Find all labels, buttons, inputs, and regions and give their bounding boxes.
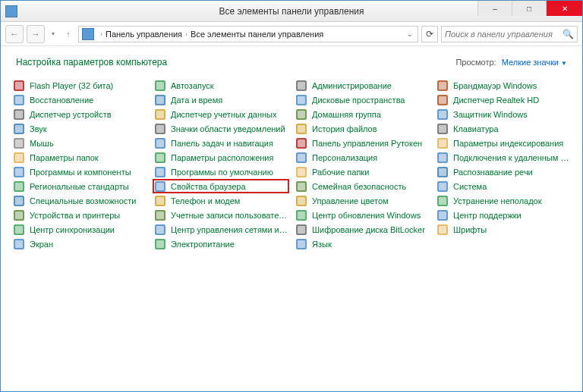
cp-item-programs[interactable]: Программы и компоненты (11, 165, 148, 179)
cp-item-index[interactable]: Параметры индексирования (435, 136, 572, 150)
flash-icon (13, 80, 25, 92)
svg-rect-71 (439, 197, 446, 205)
cp-item-workfolders[interactable]: Рабочие папки (294, 165, 430, 179)
close-button[interactable]: ✕ (546, 1, 582, 16)
maximize-button[interactable]: □ (512, 1, 546, 16)
cp-item-defender[interactable]: Защитник Windows (435, 107, 572, 121)
cp-item-label: Администрирование (312, 81, 392, 90)
svg-rect-79 (439, 212, 446, 219)
cp-item-trouble[interactable]: Устранение неполадок (435, 193, 572, 208)
cp-item-region[interactable]: Региональные стандарты (11, 179, 148, 193)
forward-button[interactable]: → (27, 25, 45, 43)
up-button[interactable]: ↑ (61, 25, 75, 43)
cp-item-label: Шифрование диска BitLocker (312, 225, 425, 234)
cp-item-autoplay[interactable]: Автозапуск (153, 78, 289, 93)
svg-rect-63 (439, 183, 446, 190)
view-by-value[interactable]: Мелкие значки ▼ (502, 58, 567, 67)
folder-icon (13, 152, 25, 164)
cp-item-folderopt[interactable]: Параметры папок (11, 150, 148, 165)
cp-item-recovery[interactable]: Восстановление (11, 93, 148, 107)
cp-item-label: Диспетчер устройств (30, 110, 112, 119)
content-header: Настройка параметров компьютера Просмотр… (1, 46, 582, 74)
cp-item-devprint[interactable]: Устройства и принтеры (11, 208, 148, 222)
cp-item-power[interactable]: Электропитание (153, 237, 289, 251)
cp-item-update[interactable]: Центр обновления Windows (294, 208, 430, 222)
cp-item-label: Параметры расположения (171, 153, 273, 162)
refresh-button[interactable]: ⟳ (421, 26, 438, 42)
search-input[interactable] (445, 30, 563, 39)
cp-item-firewall[interactable]: Брандмауэр Windows (435, 78, 572, 93)
cp-item-support[interactable]: Центр поддержки (435, 208, 572, 222)
display-icon (13, 238, 25, 250)
breadcrumb-sep: › (185, 30, 188, 38)
cp-item-credmgr[interactable]: Диспетчер учетных данных (153, 107, 289, 121)
cp-item-storage[interactable]: Дисковые пространства (294, 93, 430, 107)
realtek-icon (436, 94, 449, 106)
cp-item-history[interactable]: История файлов (294, 121, 430, 136)
cp-item-bitlocker[interactable]: Шифрование диска BitLocker (294, 222, 430, 237)
cp-item-label: Телефон и модем (171, 196, 240, 205)
svg-rect-1 (15, 82, 23, 89)
cp-item-system[interactable]: Система (435, 179, 572, 193)
cp-item-color[interactable]: Управление цветом (294, 193, 430, 208)
search-icon[interactable]: 🔍 (563, 29, 574, 39)
breadcrumb-seg2[interactable]: Все элементы панели управления (191, 30, 323, 39)
breadcrumb[interactable]: › Панель управления › Все элементы панел… (78, 26, 418, 42)
svg-rect-55 (439, 168, 446, 176)
cp-item-homegroup[interactable]: Домашняя группа (294, 107, 430, 121)
cp-item-remote[interactable]: Подключения к удаленным рабоч... (435, 150, 572, 165)
minimize-button[interactable]: – (477, 1, 512, 16)
cp-item-inetopt[interactable]: Свойства браузера (153, 179, 289, 193)
cp-item-label: Программы по умолчанию (171, 168, 273, 177)
cp-item-speech[interactable]: Распознавание речи (435, 165, 572, 179)
cp-item-users[interactable]: Учетные записи пользователей (153, 208, 289, 222)
sound-icon (13, 123, 25, 135)
svg-rect-27 (156, 125, 164, 133)
cp-item-family[interactable]: Семейная безопасность (294, 179, 430, 193)
cp-item-sound[interactable]: Звук (11, 121, 148, 136)
svg-rect-47 (439, 154, 446, 162)
cp-item-personal[interactable]: Персонализация (294, 150, 430, 165)
cp-item-keyboard[interactable]: Клавиатура (435, 121, 572, 136)
cp-item-flash[interactable]: Flash Player (32 бита) (11, 78, 148, 93)
cp-item-display[interactable]: Экран (11, 237, 148, 251)
remote-icon (436, 152, 449, 164)
back-button[interactable]: ← (5, 25, 24, 43)
cp-item-mouse[interactable]: Мышь (11, 136, 148, 150)
svg-rect-21 (298, 111, 305, 118)
cp-item-label: Значки области уведомлений (171, 124, 285, 133)
cp-item-sync[interactable]: Центр синхронизации (11, 222, 148, 237)
bitlocker-icon (295, 224, 307, 236)
breadcrumb-seg1[interactable]: Панель управления (106, 30, 182, 39)
cp-item-admin[interactable]: Администрирование (294, 78, 430, 93)
svg-rect-53 (298, 168, 305, 176)
svg-rect-91 (156, 240, 164, 248)
region-icon (13, 180, 25, 193)
cp-item-location[interactable]: Параметры расположения (153, 150, 289, 165)
view-by-label: Просмотр: (455, 58, 496, 67)
history-dropdown-button[interactable]: ▾ (48, 30, 58, 37)
cp-item-taskbar[interactable]: Панель задач и навигация (153, 136, 289, 150)
homegroup-icon (295, 108, 307, 121)
cp-item-defprog[interactable]: Программы по умолчанию (153, 165, 289, 179)
cp-item-realtek[interactable]: Диспетчер Realtek HD (435, 93, 572, 107)
cp-item-label: Диспетчер Realtek HD (453, 96, 539, 105)
svg-rect-59 (156, 183, 164, 190)
cp-item-devmgr[interactable]: Диспетчер устройств (11, 107, 148, 121)
cp-item-rutoken[interactable]: Панель управления Рутокен (294, 136, 430, 150)
cp-item-lang[interactable]: Язык (294, 237, 430, 251)
search-box[interactable]: 🔍 (441, 26, 578, 42)
navigation-bar: ← → ▾ ↑ › Панель управления › Все элемен… (1, 22, 582, 46)
cp-item-label: Персонализация (312, 153, 377, 162)
cp-item-label: Свойства браузера (171, 182, 246, 191)
cp-item-access[interactable]: Специальные возможности (11, 193, 148, 208)
cp-item-label: Центр управления сетями и общи... (171, 225, 288, 234)
cp-item-phone[interactable]: Телефон и модем (153, 193, 289, 208)
cp-item-label: Дата и время (171, 96, 222, 105)
cp-item-datetime[interactable]: Дата и время (153, 93, 289, 107)
cp-item-label: Центр поддержки (453, 211, 522, 220)
breadcrumb-dropdown-icon[interactable]: ⌄ (404, 30, 416, 38)
cp-item-fonts[interactable]: Шрифты (435, 222, 572, 237)
cp-item-network[interactable]: Центр управления сетями и общи... (153, 222, 289, 237)
cp-item-notif[interactable]: Значки области уведомлений (153, 121, 289, 136)
